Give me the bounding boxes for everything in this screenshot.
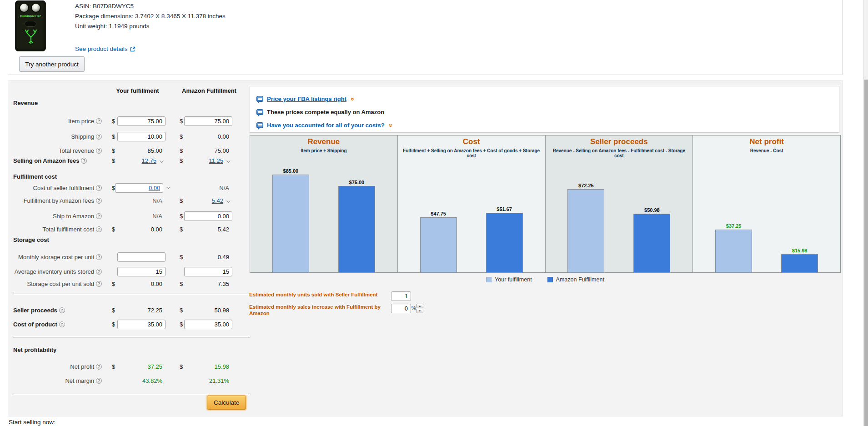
tip-price-listings-link[interactable]: Price your FBA listings right xyxy=(267,95,346,102)
item-price-your-input[interactable] xyxy=(117,116,166,126)
help-icon[interactable] xyxy=(96,134,102,140)
currency-symbol: $ xyxy=(180,133,184,140)
product-brand-text: BlindRider X2 xyxy=(15,15,45,18)
see-product-details-link[interactable]: See product details xyxy=(75,44,135,54)
cost-of-product-amazon-input[interactable] xyxy=(184,320,232,329)
row-seller-proceeds: Seller proceeds $ 72.25 $ 50.98 xyxy=(8,305,257,315)
item-price-amazon-input[interactable] xyxy=(184,116,232,126)
try-another-product-button[interactable]: Try another product xyxy=(19,56,85,72)
row-label: Total fulfillment cost xyxy=(43,226,94,233)
speech-bubble-icon xyxy=(256,109,263,115)
cost-of-product-your-input[interactable] xyxy=(117,320,166,329)
row-label: Cost of seller fulfillment xyxy=(33,185,94,191)
row-label: Monthly storage cost per unit xyxy=(18,254,94,261)
estimated-units-row: Estimated monthly units sold with Seller… xyxy=(249,291,411,301)
net-profit-amazon-value: 15.98 xyxy=(184,363,232,370)
estimated-sales-increase-input[interactable] xyxy=(391,304,411,313)
vertical-scrollbar[interactable] xyxy=(863,0,868,426)
section-net-profitability: Net profitability xyxy=(13,346,257,354)
help-icon[interactable] xyxy=(96,254,102,260)
antler-logo-icon xyxy=(22,29,40,45)
estimated-units-label: Estimated monthly units sold with Seller… xyxy=(249,291,391,298)
cost-seller-fulfillment-input[interactable] xyxy=(115,183,163,193)
ship-to-amazon-input[interactable] xyxy=(184,211,232,221)
chevron-down-icon[interactable] xyxy=(226,159,230,162)
avg-inventory-your-input[interactable] xyxy=(117,267,166,276)
expand-chevrons-icon[interactable] xyxy=(349,97,356,101)
help-icon[interactable] xyxy=(96,198,102,204)
cost-seller-fulfillment-amazon-na: N/A xyxy=(180,185,232,191)
comparison-bar-chart: Revenue Item price + Shipping $85.00 $75… xyxy=(250,135,841,273)
chevron-down-icon[interactable] xyxy=(166,185,170,189)
row-label: Cost of product xyxy=(13,321,57,328)
bar-value-label: $37.25 xyxy=(726,223,742,229)
chart-title: Seller proceeds xyxy=(546,137,693,146)
bar-amazon-fulfillment: $51.67 xyxy=(486,206,523,272)
scrollbar-thumb[interactable] xyxy=(864,80,868,426)
chart-subtitle: Fulfillment + Selling on Amazon fees + C… xyxy=(398,148,545,158)
divider xyxy=(13,294,250,294)
row-storage-per-unit: Storage cost per unit sold $ 0.00 $ 7.35 xyxy=(8,279,257,289)
monthly-storage-your-input[interactable] xyxy=(117,252,166,262)
chart-legend: Your fulfillment Amazon Fulfillment xyxy=(250,276,841,283)
row-label: Seller proceeds xyxy=(13,307,57,314)
help-icon[interactable] xyxy=(96,118,102,124)
net-margin-your-value: 43.82% xyxy=(112,377,166,384)
section-storage-cost: Storage cost xyxy=(13,236,257,244)
expand-chevrons-icon[interactable] xyxy=(387,124,395,127)
help-icon[interactable] xyxy=(59,307,65,313)
column-header-your-fulfillment: Your fulfillment xyxy=(109,87,166,94)
currency-symbol: $ xyxy=(112,226,116,233)
external-link-icon xyxy=(130,46,135,52)
chart-subtitle: Revenue - Cost xyxy=(693,148,840,153)
currency-symbol: $ xyxy=(180,281,184,287)
help-icon[interactable] xyxy=(96,281,102,287)
product-summary-card: BlindRider X2 ASIN: B07D8DWYC5 Package d… xyxy=(8,0,843,75)
currency-symbol: $ xyxy=(180,157,184,164)
selling-fees-your-link[interactable]: 12.75 xyxy=(141,157,156,164)
row-net-margin: Net margin 43.82% 21.31% xyxy=(8,376,257,386)
estimated-units-input[interactable] xyxy=(391,291,411,301)
shipping-amazon-value: 0.00 xyxy=(184,133,232,140)
help-icon[interactable] xyxy=(81,158,87,164)
tip-accounted-costs-link[interactable]: Have you accounted for all of your costs… xyxy=(267,122,385,129)
section-fulfillment-cost: Fulfillment cost xyxy=(13,173,257,180)
shipping-your-input[interactable] xyxy=(117,132,166,141)
column-header-amazon-fulfillment: Amazon Fulfillment xyxy=(177,87,241,94)
help-icon[interactable] xyxy=(96,364,102,370)
bar-value-label: $15.98 xyxy=(792,248,808,253)
currency-symbol: $ xyxy=(112,133,116,140)
percent-suffix: % xyxy=(411,305,416,311)
column-headers: Your fulfillment Amazon Fulfillment xyxy=(8,87,257,95)
help-icon[interactable] xyxy=(96,213,102,219)
help-icon[interactable] xyxy=(96,269,102,275)
stepper-down-icon[interactable]: ▼ xyxy=(416,309,423,313)
calculate-button[interactable]: Calculate xyxy=(207,396,246,410)
row-ship-to-amazon: Ship to Amazon N/A $ xyxy=(8,211,257,221)
fba-fees-amazon-link[interactable]: 5.42 xyxy=(212,197,223,204)
row-net-profit: Net profit $ 37.25 $ 15.98 xyxy=(8,361,257,371)
chevron-down-icon[interactable] xyxy=(160,159,163,162)
row-label: Average inventory units stored xyxy=(15,268,94,275)
help-icon[interactable] xyxy=(96,148,102,154)
product-weight: Unit weight: 1.1949 pounds xyxy=(75,21,226,31)
currency-symbol: $ xyxy=(112,157,116,164)
row-fba-fees: Fulfillment by Amazon fees N/A $ 5.42 xyxy=(8,195,257,205)
help-icon[interactable] xyxy=(96,185,102,191)
legend-swatch-your xyxy=(486,277,492,282)
currency-symbol: $ xyxy=(112,307,116,314)
camera-sensor-slot xyxy=(25,21,36,27)
legend-swatch-amazon xyxy=(547,277,553,282)
row-shipping: Shipping $ $ 0.00 xyxy=(8,131,257,141)
selling-fees-amazon-link[interactable]: 11.25 xyxy=(209,157,223,164)
help-icon[interactable] xyxy=(96,378,102,384)
help-icon[interactable] xyxy=(96,226,102,232)
currency-symbol: $ xyxy=(112,118,116,125)
row-label: Ship to Amazon xyxy=(53,213,94,220)
chevron-down-icon[interactable] xyxy=(226,199,230,202)
chart-panel-revenue: Revenue Item price + Shipping $85.00 $75… xyxy=(250,135,397,272)
avg-inventory-amazon-input[interactable] xyxy=(184,267,232,276)
stepper-up-icon[interactable]: ▲ xyxy=(416,304,423,308)
divider xyxy=(13,337,250,337)
help-icon[interactable] xyxy=(59,321,65,327)
